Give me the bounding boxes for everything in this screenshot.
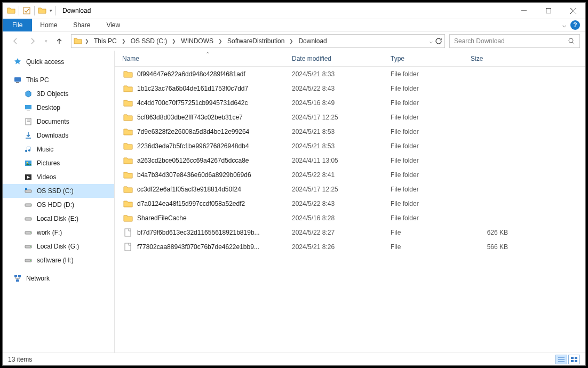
cell-name: 2236d3eda7b5fc1be996276826948db4: [115, 141, 287, 151]
crumb-this-pc[interactable]: This PC: [92, 37, 119, 45]
col-name[interactable]: Name: [115, 51, 287, 66]
chevron-down-icon[interactable]: ⌵: [430, 38, 433, 44]
crumb-download[interactable]: Download: [296, 37, 329, 45]
cell-size: 566 KB: [465, 243, 519, 251]
tab-home[interactable]: Home: [32, 19, 65, 31]
chevron-right-icon[interactable]: ❯: [83, 38, 91, 44]
folder-icon: [123, 98, 133, 108]
file-row[interactable]: 5cf863d8d03dbe2fff743c02beb31ce72024/5/1…: [115, 110, 585, 124]
search-box[interactable]: [449, 34, 580, 48]
tab-view[interactable]: View: [98, 19, 128, 31]
file-row[interactable]: SharedFileCache2024/5/16 8:28File folder: [115, 211, 585, 225]
back-button[interactable]: [8, 34, 23, 49]
sidebar-item[interactable]: Local Disk (E:): [3, 212, 114, 226]
file-row[interactable]: f77802caa88943f070c76b7de4622e1bb9...202…: [115, 239, 585, 254]
sidebar-item[interactable]: Downloads: [3, 129, 114, 142]
file-row[interactable]: 1b1c23ac76a6b04de161d1753f0c7dd72024/5/2…: [115, 81, 585, 95]
crumb-drive[interactable]: OS SSD (C:): [129, 37, 170, 45]
sidebar-quick-access[interactable]: Quick access: [3, 55, 114, 69]
chevron-right-icon[interactable]: ❯: [120, 38, 128, 44]
svg-point-20: [30, 205, 31, 206]
svg-point-26: [30, 246, 31, 247]
file-row[interactable]: 7d9e6328f2e26008a5d3d4be12e992642024/5/2…: [115, 124, 585, 139]
svg-rect-38: [575, 357, 577, 359]
file-row[interactable]: d7a0124ea48f15d997ccdf058a52edf22024/5/2…: [115, 196, 585, 211]
chevron-right-icon[interactable]: ❯: [288, 38, 295, 44]
sidebar-item[interactable]: work (F:): [3, 226, 114, 239]
sidebar-item[interactable]: OS HDD (D:): [3, 198, 114, 212]
sidebar-item[interactable]: 3D Objects: [3, 87, 114, 101]
tab-share[interactable]: Share: [65, 19, 98, 31]
quick-access-toolbar: ▾ Download: [3, 6, 91, 15]
file-row[interactable]: b4a7b34d307e8436e60d6a8929b069d62024/5/2…: [115, 167, 585, 182]
sidebar-item[interactable]: Videos: [3, 170, 114, 184]
crumb-softdist[interactable]: SoftwareDistribution: [225, 37, 287, 45]
sidebar-item[interactable]: Pictures: [3, 156, 114, 170]
sidebar-item[interactable]: Documents: [3, 115, 114, 129]
cell-name: b4a7b34d307e8436e60d6a8929b069d6: [115, 170, 287, 180]
maximize-button[interactable]: [536, 3, 561, 19]
chevron-down-icon[interactable]: ⌵: [562, 21, 566, 29]
file-row[interactable]: 0f994647e622a6dd948c4289f4681adf2024/5/2…: [115, 67, 585, 81]
col-type[interactable]: Type: [385, 51, 465, 66]
sidebar-network[interactable]: Network: [3, 271, 114, 285]
search-input[interactable]: [454, 37, 568, 45]
sidebar-item[interactable]: Local Disk (G:): [3, 239, 114, 253]
chevron-down-icon[interactable]: ▾: [50, 8, 52, 13]
refresh-button[interactable]: [435, 37, 442, 45]
sidebar-item-label: Desktop: [37, 104, 60, 111]
chevron-right-icon[interactable]: ❯: [170, 38, 178, 44]
sidebar-item[interactable]: Music: [3, 142, 114, 156]
checkbox-icon[interactable]: [22, 6, 31, 15]
sidebar-item-label: Videos: [37, 173, 56, 181]
search-icon[interactable]: [568, 37, 575, 45]
forward-button[interactable]: [25, 34, 40, 49]
folder-icon: [123, 84, 133, 93]
sidebar-item-label: 3D Objects: [37, 90, 68, 98]
svg-rect-0: [23, 7, 30, 14]
drive-icon: [24, 256, 33, 265]
sidebar-item-label: Local Disk (G:): [37, 243, 79, 250]
cell-type: File folder: [385, 171, 465, 179]
sidebar-item[interactable]: OS SSD (C:): [3, 184, 114, 198]
sidebar-item[interactable]: Desktop: [3, 101, 114, 115]
minimize-button[interactable]: [512, 3, 536, 19]
help-button[interactable]: ?: [570, 20, 580, 30]
icons-view-button[interactable]: [568, 355, 580, 364]
close-button[interactable]: [561, 3, 585, 19]
folder-icon: [123, 199, 133, 209]
folder-type-icon: [24, 159, 33, 167]
svg-rect-7: [14, 77, 21, 82]
sidebar: Quick access This PC 3D ObjectsDesktopDo…: [3, 51, 115, 353]
file-row[interactable]: cc3df22e6af1f05acf3e918814d50f242024/5/1…: [115, 182, 585, 196]
address-bar[interactable]: ❯ This PC ❯ OS SSD (C:) ❯ WINDOWS ❯ Soft…: [71, 34, 445, 48]
sidebar-item-label: Pictures: [37, 159, 60, 167]
ribbon-tabs: File Home Share View ⌵ ?: [3, 19, 585, 31]
cell-type: File folder: [385, 85, 465, 92]
file-name: 7d9e6328f2e26008a5d3d4be12e99264: [137, 128, 249, 135]
file-row[interactable]: a263cd2bce05126cc69a4267d5dcca8e2024/4/1…: [115, 153, 585, 167]
file-row[interactable]: 4c4dd700c70f757251cb9945731d642c2024/5/1…: [115, 95, 585, 110]
sidebar-item-label: Local Disk (E:): [37, 215, 78, 222]
recent-dropdown[interactable]: ▾: [42, 34, 50, 49]
cell-type: File folder: [385, 128, 465, 135]
tab-file[interactable]: File: [3, 19, 32, 31]
chevron-right-icon[interactable]: ❯: [217, 38, 224, 44]
svg-rect-29: [14, 275, 17, 277]
file-row[interactable]: bf7d79f6bd613ec32d11655618921b819b...202…: [115, 225, 585, 239]
cell-type: File folder: [385, 142, 465, 150]
details-view-button[interactable]: [555, 355, 567, 364]
sidebar-item[interactable]: software (H:): [3, 253, 114, 267]
col-size[interactable]: Size: [465, 51, 519, 66]
sidebar-this-pc[interactable]: This PC: [3, 73, 114, 87]
folder-type-icon: [24, 173, 33, 181]
crumb-windows[interactable]: WINDOWS: [179, 37, 216, 45]
up-button[interactable]: [52, 34, 67, 49]
sidebar-item-label: Documents: [37, 118, 69, 125]
folder-icon: [123, 127, 133, 137]
folder-type-icon: [24, 103, 33, 112]
file-row[interactable]: 2236d3eda7b5fc1be996276826948db42024/5/2…: [115, 139, 585, 153]
col-date[interactable]: Date modified: [287, 51, 385, 66]
cell-date: 2024/5/21 8:26: [287, 243, 385, 251]
cell-type: File folder: [385, 70, 465, 78]
